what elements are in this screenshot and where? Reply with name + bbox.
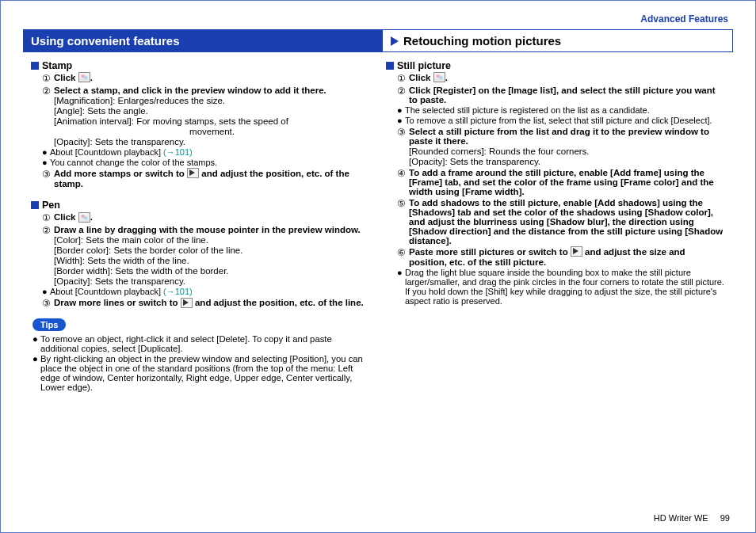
step-4: ④ To add a frame around the still pictur… xyxy=(397,168,725,196)
option-line: [Magnification]: Enlarges/reduces the si… xyxy=(54,96,370,105)
step-number-icon: ① xyxy=(42,73,54,84)
note-bullet: ● About [Countdown playback] (→101) xyxy=(42,287,370,296)
group-heading-pen: Pen xyxy=(31,200,370,211)
step-1: ① Click . xyxy=(42,73,370,84)
square-bullet-icon xyxy=(31,62,39,70)
bullet-dot-icon: ● xyxy=(32,354,40,392)
right-column: Still picture ① Click . ② Click [Registe… xyxy=(378,59,733,392)
bullet-dot-icon: ● xyxy=(32,334,40,353)
step-text: Draw a line by dragging with the mouse p… xyxy=(54,225,370,234)
step-number-icon: ② xyxy=(42,225,54,286)
tips-text: To remove an object, right-click it and … xyxy=(40,334,370,353)
tips-bullet: ● To remove an object, right-click it an… xyxy=(32,334,370,353)
step-3: ③ Select a still picture from the list a… xyxy=(397,127,725,166)
step-text: Draw more lines or switch to xyxy=(54,298,181,307)
breadcrumb[interactable]: Advanced Features xyxy=(23,12,733,29)
step-6: ⑥ Paste more still pictures or switch to… xyxy=(397,247,725,267)
stamp-tool-icon xyxy=(78,72,90,82)
option-line: [Opacity]: Sets the transparency. xyxy=(409,157,725,166)
product-name: HD Writer WE xyxy=(654,513,708,523)
step-text: Click xyxy=(54,212,78,222)
step-text: Add more stamps or switch to xyxy=(54,169,187,178)
step-text: Select a still picture from the list and… xyxy=(409,127,725,146)
step-number-icon: ② xyxy=(42,86,54,147)
note-bullet: ● The selected still picture is register… xyxy=(397,105,725,115)
step-text: To add shadows to the still picture, ena… xyxy=(409,198,725,246)
option-line: [Color]: Sets the main color of the line… xyxy=(54,235,370,245)
select-tool-icon xyxy=(187,168,199,178)
select-tool-icon xyxy=(181,298,193,308)
pen-tool-icon xyxy=(78,212,90,223)
page-ref-link[interactable]: (→101) xyxy=(163,147,193,157)
title-bar: Using convenient features Retouching mot… xyxy=(23,29,733,52)
step-2: ② Click [Register] on the [Image list], … xyxy=(397,86,725,105)
footer: HD Writer WE 99 xyxy=(654,513,730,523)
step-3: ③ Draw more lines or switch to and adjus… xyxy=(42,298,370,309)
page-ref-link[interactable]: (→101) xyxy=(163,287,193,296)
note-text: If you hold down the [Shift] key while d… xyxy=(405,287,725,306)
step-text: Click xyxy=(54,73,78,82)
note-text: Drag the light blue square inside the bo… xyxy=(405,268,725,287)
note-bullet: ● About [Countdown playback] (→101) xyxy=(42,147,370,157)
option-line: [Border width]: Sets the width of the bo… xyxy=(54,266,370,276)
note-text: The selected still picture is registered… xyxy=(405,105,725,115)
play-arrow-icon xyxy=(391,36,399,46)
square-bullet-icon xyxy=(386,62,394,70)
option-line: [Opacity]: Sets the transparency. xyxy=(54,276,370,286)
group-heading-still: Still picture xyxy=(386,60,725,71)
left-column: Stamp ① Click . ② Select a stamp, and cl… xyxy=(23,59,378,392)
step-number-icon: ④ xyxy=(397,168,409,196)
still-picture-tool-icon xyxy=(433,72,445,82)
section-title-right-text: Retouching motion pictures xyxy=(403,34,561,48)
option-line: [Angle]: Sets the angle. xyxy=(54,106,370,116)
note-bullet: ● Drag the light blue square inside the … xyxy=(397,268,725,306)
bullet-dot-icon: ● xyxy=(397,268,405,306)
step-text: . xyxy=(90,73,93,82)
step-number-icon: ③ xyxy=(42,169,54,188)
step-text: and adjust the position, etc. of the lin… xyxy=(193,298,364,307)
group-title: Pen xyxy=(42,200,60,211)
note-text: You cannot change the color of the stamp… xyxy=(50,158,370,167)
option-line: [Animation interval]: For moving stamps,… xyxy=(54,116,370,126)
step-2: ② Select a stamp, and click in the previ… xyxy=(42,86,370,147)
step-1: ① Click . xyxy=(42,212,370,223)
step-text: . xyxy=(445,73,448,82)
option-line: [Width]: Sets the width of the line. xyxy=(54,256,370,265)
note-text: About [Countdown playback] xyxy=(50,147,163,157)
option-line: [Border color]: Sets the border color of… xyxy=(54,246,370,255)
section-title-right: Retouching motion pictures xyxy=(383,29,733,52)
step-number-icon: ⑤ xyxy=(397,198,409,246)
square-bullet-icon xyxy=(31,201,39,209)
bullet-dot-icon: ● xyxy=(397,105,405,115)
step-text: Select a stamp, and click in the preview… xyxy=(54,86,370,95)
step-number-icon: ① xyxy=(42,212,54,223)
step-text: To add a frame around the still picture,… xyxy=(409,168,725,196)
step-text: Paste more still pictures or switch to xyxy=(409,247,571,257)
tips-badge: Tips xyxy=(32,318,66,331)
step-number-icon: ⑥ xyxy=(397,247,409,267)
group-title: Still picture xyxy=(397,60,451,71)
page-number: 99 xyxy=(720,513,730,523)
step-number-icon: ③ xyxy=(42,298,54,309)
group-heading-stamp: Stamp xyxy=(31,60,370,71)
note-bullet: ● To remove a still picture from the lis… xyxy=(397,116,725,125)
step-number-icon: ② xyxy=(397,86,409,105)
select-tool-icon xyxy=(571,246,582,257)
step-text: . xyxy=(90,212,93,222)
note-text: About [Countdown playback] xyxy=(50,287,163,296)
option-line: [Rounded corners]: Rounds the four corne… xyxy=(409,147,725,156)
page: { "breadcrumb": "Advanced Features", "ti… xyxy=(0,0,756,533)
step-3: ③ Add more stamps or switch to and adjus… xyxy=(42,169,370,188)
bullet-dot-icon: ● xyxy=(42,287,50,296)
bullet-dot-icon: ● xyxy=(42,158,50,167)
step-number-icon: ③ xyxy=(397,127,409,166)
bullet-dot-icon: ● xyxy=(42,147,50,157)
section-title-left: Using convenient features xyxy=(23,29,378,52)
step-1: ① Click . xyxy=(397,73,725,84)
note-bullet: ● You cannot change the color of the sta… xyxy=(42,158,370,167)
tips-text: By right-clicking an object in the previ… xyxy=(40,354,370,392)
step-2: ② Draw a line by dragging with the mouse… xyxy=(42,225,370,286)
note-text: To remove a still picture from the list,… xyxy=(405,116,725,125)
option-line: [Opacity]: Sets the transparency. xyxy=(54,137,370,147)
group-title: Stamp xyxy=(42,60,72,71)
